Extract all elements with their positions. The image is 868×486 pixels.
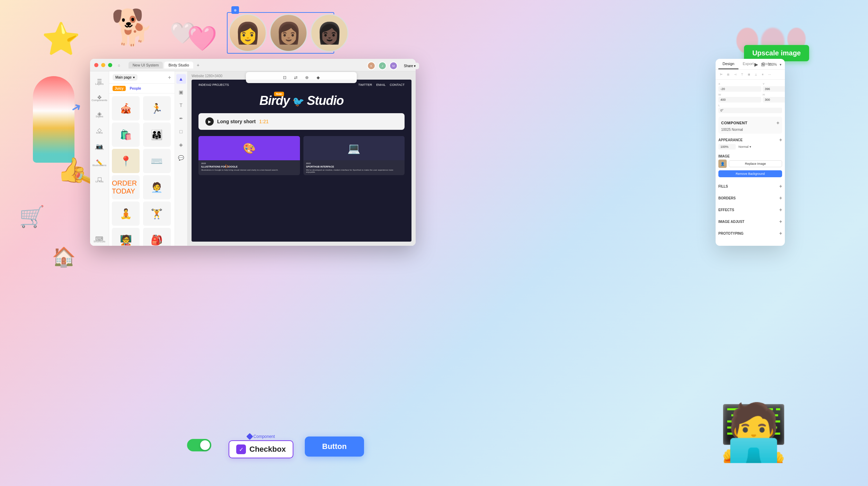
replace-image-button[interactable]: Replace Image <box>729 160 782 167</box>
align-top-btn[interactable]: ⊤ <box>739 72 745 77</box>
minimize-button[interactable] <box>101 63 105 67</box>
illustration-item-9[interactable]: 🧘 <box>112 201 140 226</box>
opacity-input[interactable] <box>718 144 736 150</box>
project-info-2: 2023 SPORTHUB INTERFACE We've developed … <box>303 160 405 175</box>
flip-tool-btn[interactable]: ⇄ <box>292 73 300 82</box>
h-input[interactable] <box>763 97 785 102</box>
tag-people[interactable]: People <box>128 86 143 91</box>
tab-design[interactable]: Design <box>718 59 738 69</box>
add-tab-button[interactable]: + <box>195 62 202 68</box>
image-adjust-add-btn[interactable]: + <box>779 219 782 224</box>
align-right-btn[interactable]: ⊣ <box>732 72 738 77</box>
tab-birdy-studio[interactable]: Birdy Studio <box>164 62 193 69</box>
text-tool[interactable]: T <box>176 100 186 110</box>
sidebar-label-uikits: UI Kits <box>95 180 104 183</box>
transform-tool-btn[interactable]: ⊡ <box>281 73 289 82</box>
project-card-1[interactable]: 🎨 2023 ILLUSTRATIONS FOR GOOGLE Illustra… <box>198 136 300 175</box>
right-panel: Design Export Code ⊢ ⊟ ⊣ ⊤ ⊞ ⊥ ≡ ⋯ X <box>716 59 785 246</box>
align-center-h-btn[interactable]: ⊟ <box>725 72 731 77</box>
toggle-container[interactable] <box>187 439 211 451</box>
appearance-add-btn[interactable]: + <box>779 137 782 143</box>
toggle-track[interactable] <box>187 439 211 451</box>
page-selector[interactable]: Main page ▾ <box>113 74 138 81</box>
video-label: Long story short <box>217 119 256 124</box>
grid-icon[interactable]: ⊞ <box>761 62 765 67</box>
canvas-label: Website 1280×3400 <box>192 74 222 78</box>
align-left-btn[interactable]: ⊢ <box>718 72 724 77</box>
component-title: COMPONENT <box>721 121 747 125</box>
maximize-button[interactable] <box>108 63 112 67</box>
shape-tool[interactable]: □ <box>176 127 186 136</box>
illustration-item-12[interactable]: 🎒 <box>143 228 171 246</box>
illustration-item-4[interactable]: 👨‍👩‍👧 <box>143 123 171 147</box>
effects-section: EFFECTS + <box>718 206 782 214</box>
canvas-area[interactable]: Website 1280×3400 INDEX 42 PROJECTS TWIT… <box>187 71 416 246</box>
right-panel-body: X Y 🔒 ↺ W <box>716 80 785 246</box>
select-tool[interactable]: ▲ <box>176 74 186 84</box>
position-row-2: W H <box>718 93 782 102</box>
zoom-dropdown-icon[interactable]: ▾ <box>780 63 781 66</box>
image-adjust-header: IMAGE ADJUST + <box>718 217 782 226</box>
add-page-button[interactable]: + <box>168 74 171 81</box>
pen-tool[interactable]: ✒ <box>176 114 186 123</box>
face-3: 👩🏿 <box>310 14 348 52</box>
borders-add-btn[interactable]: + <box>779 195 782 201</box>
video-player[interactable]: ▶ Long story short 1:21 <box>198 113 405 130</box>
position-section: X Y 🔒 ↺ W <box>718 82 782 113</box>
studio-title: Studio <box>307 93 344 108</box>
tab-new-ui-system[interactable]: New UI System <box>129 62 163 69</box>
fill-tool-btn[interactable]: ◆ <box>314 73 322 82</box>
tag-juicy[interactable]: Juicy <box>113 86 126 91</box>
illustration-item-5[interactable]: 📍 <box>112 149 140 173</box>
more-align-btn[interactable]: ⋯ <box>767 72 772 77</box>
l-input[interactable] <box>718 108 782 113</box>
sidebar-label-shortcuts: Shortcuts <box>94 240 105 243</box>
distribute-btn[interactable]: ≡ <box>760 72 765 77</box>
prototyping-header: PROTOTYPING + <box>718 229 782 237</box>
frame-tool[interactable]: ▣ <box>176 87 186 97</box>
illustration-item-6[interactable]: ⌨️ <box>143 149 171 173</box>
illustration-item-3[interactable]: 🛍️ <box>112 123 140 147</box>
effects-header: EFFECTS + <box>718 206 782 214</box>
global-toolbar-right: ▶ ⊞ 100% ▾ <box>754 62 781 67</box>
chevron-down-icon: ▾ <box>133 75 135 79</box>
illustration-item-8[interactable]: 🧑‍💼 <box>143 175 171 199</box>
comment-tool[interactable]: 💬 <box>176 153 186 163</box>
effects-add-btn[interactable]: + <box>779 207 782 213</box>
w-input[interactable] <box>718 97 761 102</box>
component-checkbox-container: Component ✓ Checkbox <box>229 434 293 458</box>
align-center-v-btn[interactable]: ⊞ <box>746 72 752 77</box>
mask-tool-btn[interactable]: ⊕ <box>303 73 311 82</box>
home-icon: ⌂ <box>118 63 120 67</box>
checkbox-component[interactable]: ✓ Checkbox <box>229 440 293 458</box>
illustration-item-1[interactable]: 🎪 <box>112 96 140 120</box>
remove-background-button[interactable]: Remove Background <box>718 170 782 177</box>
illustration-item-7[interactable]: ORDER TODAY <box>112 175 140 199</box>
prototyping-add-btn[interactable]: + <box>779 231 782 236</box>
project-desc-1: Illustrations in Google to help bring vi… <box>201 169 297 171</box>
zoom-label: 100% <box>768 63 777 66</box>
illustration-item-10[interactable]: 🏋️ <box>143 201 171 226</box>
cart-decoration: 🛒 <box>19 204 45 229</box>
play-button[interactable]: ▶ <box>205 117 214 126</box>
close-button[interactable] <box>94 63 98 67</box>
fills-add-btn[interactable]: + <box>779 183 782 189</box>
canvas-toolbar: ⊡ ⇄ ⊕ ◆ <box>246 72 357 83</box>
play-icon[interactable]: ▶ <box>754 62 758 67</box>
component-tool[interactable]: ◈ <box>176 140 186 150</box>
image-section: IMAGE 👤 Replace Image Remove Background <box>718 153 782 179</box>
illustration-item-2[interactable]: 🏃 <box>143 96 171 120</box>
illustration-item-11[interactable]: 🧑‍🏫 <box>112 228 140 246</box>
y-label: Y <box>763 82 785 86</box>
bottom-button[interactable]: Button <box>305 436 364 457</box>
project-info-1: 2023 ILLUSTRATIONS FOR GOOGLE Illustrati… <box>198 160 300 173</box>
align-bottom-btn[interactable]: ⊥ <box>753 72 759 77</box>
project-year-2: 2023 <box>306 162 402 164</box>
x-input[interactable] <box>718 86 761 92</box>
y-input[interactable] <box>763 86 785 92</box>
share-button[interactable]: Share ▾ <box>400 63 419 69</box>
image-thumbnail: 👤 <box>718 160 727 168</box>
project-card-2[interactable]: 💻 2023 SPORTHUB INTERFACE We've develope… <box>303 136 405 175</box>
component-add-btn[interactable]: + <box>777 120 779 126</box>
panel-header: Main page ▾ + <box>109 71 175 84</box>
